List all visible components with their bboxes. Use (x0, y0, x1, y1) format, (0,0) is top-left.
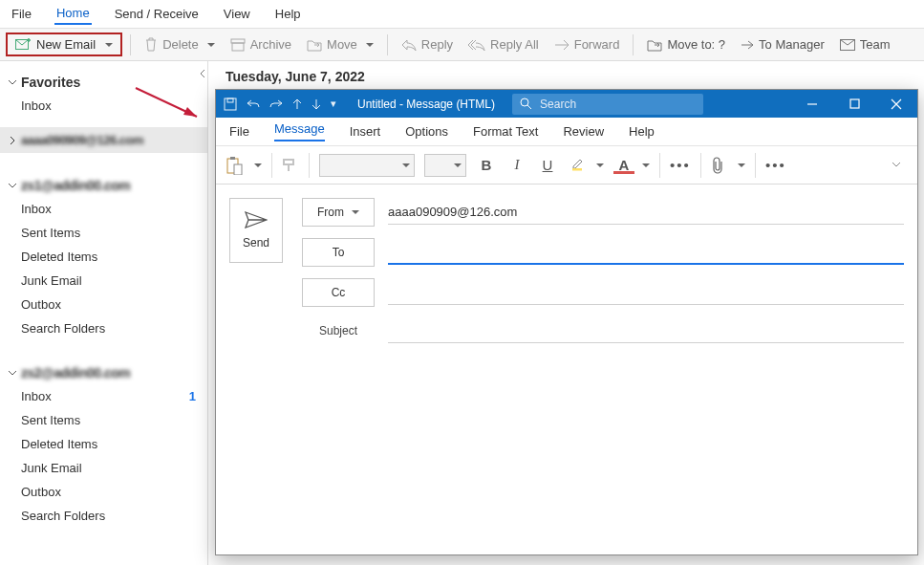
font-size-dropdown[interactable] (424, 154, 466, 177)
svg-line-11 (527, 105, 531, 109)
favorites-header[interactable]: Favorites (0, 67, 198, 94)
menu-file[interactable]: File (10, 5, 33, 23)
underline-button[interactable]: U (537, 157, 558, 173)
search-icon (520, 98, 532, 110)
up-arrow-icon[interactable] (292, 98, 302, 110)
to-button[interactable]: To (302, 238, 375, 267)
to-manager-label: To Manager (759, 37, 825, 52)
acct2-inbox[interactable]: Inbox 1 (0, 384, 207, 408)
tab-message[interactable]: Message (274, 121, 325, 141)
delete-label: Delete (162, 37, 199, 52)
archive-icon (230, 38, 246, 52)
folder-label: Inbox (21, 202, 52, 216)
move-icon (307, 38, 322, 52)
acct1-search[interactable]: Search Folders (0, 316, 207, 340)
send-label: Send (243, 236, 269, 250)
fav-inbox[interactable]: Inbox (0, 94, 198, 118)
forward-button[interactable]: Forward (548, 34, 626, 54)
compose-titlebar[interactable]: ▾ Untitled - Message (HTML) Search (216, 90, 917, 118)
chevron-down-icon[interactable] (250, 158, 262, 172)
chevron-down-icon[interactable] (638, 158, 650, 172)
menu-send-receive[interactable]: Send / Receive (113, 5, 201, 23)
tab-format-text[interactable]: Format Text (473, 124, 538, 139)
tab-insert[interactable]: Insert (350, 124, 381, 139)
undo-icon[interactable] (247, 98, 260, 110)
more-commands-button[interactable]: ••• (765, 157, 786, 173)
account-0-header[interactable]: aaaa090909@126.com (0, 127, 207, 153)
collapse-handle[interactable] (198, 67, 207, 118)
bold-button[interactable]: B (476, 157, 497, 173)
from-button[interactable]: From (302, 198, 375, 227)
send-icon (245, 211, 268, 228)
cc-button[interactable]: Cc (302, 278, 375, 307)
tab-review[interactable]: Review (563, 124, 604, 139)
more-formatting-button[interactable]: ••• (670, 157, 691, 173)
acct2-junk[interactable]: Junk Email (0, 456, 207, 480)
format-painter-icon[interactable] (282, 158, 299, 173)
acct1-sent[interactable]: Sent Items (0, 221, 207, 245)
account-2-header[interactable]: zs2@addin00.com (0, 358, 207, 384)
chevron-down-icon (8, 181, 17, 190)
forward-icon (554, 39, 569, 51)
highlight-button[interactable] (568, 156, 589, 174)
acct2-deleted[interactable]: Deleted Items (0, 432, 207, 456)
reply-all-button[interactable]: Reply All (462, 34, 545, 54)
acct2-sent[interactable]: Sent Items (0, 408, 207, 432)
acct1-inbox[interactable]: Inbox (0, 197, 207, 221)
to-manager-button[interactable]: To Manager (735, 34, 830, 54)
send-button[interactable]: Send (229, 198, 283, 263)
separator (633, 34, 634, 55)
tab-help[interactable]: Help (629, 124, 655, 139)
to-field[interactable] (388, 240, 904, 265)
acct1-outbox[interactable]: Outbox (0, 293, 207, 316)
acct1-deleted[interactable]: Deleted Items (0, 245, 207, 269)
move-button[interactable]: Move (301, 34, 379, 54)
minimize-button[interactable] (791, 90, 833, 118)
subject-field[interactable] (388, 318, 904, 343)
svg-rect-16 (234, 164, 242, 175)
folder-label: Junk Email (21, 461, 82, 475)
italic-button[interactable]: I (506, 157, 527, 173)
font-family-dropdown[interactable] (319, 154, 415, 177)
acct2-search[interactable]: Search Folders (0, 504, 207, 528)
quick-move-button[interactable]: Move to: ? (641, 34, 731, 54)
to-label: To (333, 246, 345, 259)
svg-rect-13 (850, 99, 859, 108)
menu-view[interactable]: View (222, 5, 252, 23)
attach-icon[interactable] (711, 157, 724, 174)
reply-button[interactable]: Reply (396, 34, 459, 54)
team-button[interactable]: Team (834, 34, 896, 54)
archive-button[interactable]: Archive (225, 34, 297, 54)
separator (309, 153, 310, 178)
menu-home[interactable]: Home (54, 4, 92, 25)
chevron-down-icon (891, 160, 902, 169)
paste-icon[interactable] (226, 156, 243, 175)
separator (755, 153, 756, 178)
fav-inbox-label: Inbox (21, 98, 52, 113)
menu-help[interactable]: Help (273, 5, 303, 23)
chevron-down-icon (398, 158, 410, 172)
collapse-ribbon-button[interactable] (891, 158, 908, 172)
cc-field[interactable] (388, 280, 904, 305)
save-icon[interactable] (224, 98, 237, 111)
font-color-button[interactable]: A (613, 157, 634, 174)
chevron-down-icon[interactable] (734, 158, 745, 172)
tab-file[interactable]: File (229, 124, 249, 139)
favorites-label: Favorites (21, 75, 80, 90)
down-arrow-icon[interactable] (312, 98, 321, 110)
tab-options
[interactable]: Options (405, 124, 448, 139)
maximize-button[interactable] (833, 90, 875, 118)
qat-customize-icon[interactable]: ▾ (331, 98, 336, 110)
acct2-outbox[interactable]: Outbox (0, 480, 207, 504)
chevron-down-icon (101, 37, 113, 52)
delete-button[interactable]: Delete (139, 34, 221, 55)
chevron-down-icon[interactable] (592, 158, 604, 172)
acct1-junk[interactable]: Junk Email (0, 269, 207, 293)
account-1-header[interactable]: zs1@addin00.com (0, 170, 207, 197)
new-email-button[interactable]: New Email (6, 33, 122, 56)
close-button[interactable] (875, 90, 917, 118)
folder-label: Junk Email (21, 273, 82, 288)
subject-label: Subject (302, 324, 375, 337)
redo-icon[interactable] (269, 98, 283, 110)
compose-search[interactable]: Search (512, 94, 703, 115)
